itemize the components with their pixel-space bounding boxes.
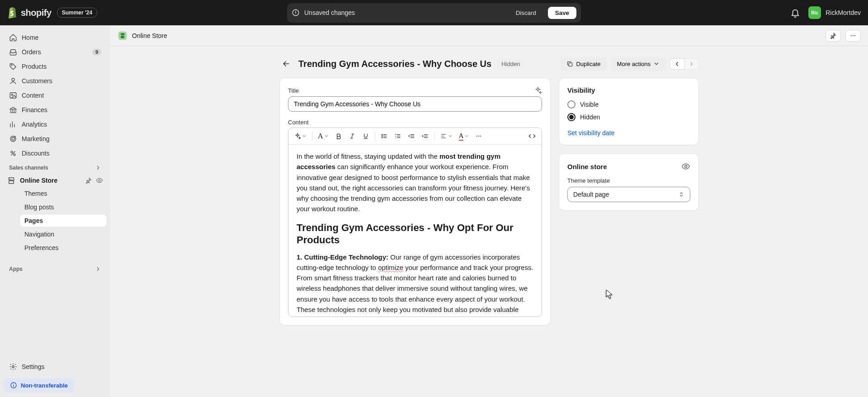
shopify-bag-icon (7, 7, 18, 19)
paragraph-2: 1. Cutting-Edge Technology: Our range of… (297, 252, 533, 317)
paragraph-style[interactable]: A (315, 130, 331, 142)
bold-button[interactable] (332, 130, 345, 142)
chevron-down-icon (324, 134, 329, 138)
chevron-left-icon (674, 61, 680, 67)
rich-text-editor: A A (288, 128, 542, 317)
channel-online-store[interactable]: Online Store (4, 174, 107, 187)
sidebar: Home Orders9 Products Customers Content … (0, 25, 110, 397)
nav-discounts[interactable]: Discounts (4, 147, 107, 160)
numbered-list-button[interactable] (392, 130, 404, 142)
title-input[interactable] (288, 96, 542, 112)
set-visibility-date[interactable]: Set visibility date (567, 129, 614, 137)
bold-icon (335, 132, 342, 140)
list-icon (381, 132, 388, 140)
discount-icon (9, 149, 17, 157)
context-bar: Online Store (110, 25, 868, 46)
select-icon (678, 191, 684, 198)
visibility-visible[interactable]: Visible (567, 100, 690, 109)
subnav-themes[interactable]: Themes (20, 187, 107, 200)
topbar-left: shopify Summer '24 (7, 7, 97, 19)
topbar-right: Ric RickMortdev (790, 6, 861, 19)
apps-header[interactable]: Apps (4, 261, 107, 275)
store-app-icon (118, 31, 127, 41)
eye-icon[interactable] (96, 177, 103, 184)
pin-page-button[interactable] (826, 30, 841, 42)
chevron-right-icon (95, 266, 101, 272)
online-store-heading: Online store (567, 163, 607, 170)
visibility-hidden[interactable]: Hidden (567, 113, 690, 121)
subnav-pages[interactable]: Pages (20, 214, 107, 227)
bullet-list-button[interactable] (378, 130, 391, 142)
bank-icon (9, 106, 17, 114)
chevron-down-icon (302, 134, 307, 138)
nav-home[interactable]: Home (4, 31, 107, 44)
alert-icon (292, 9, 300, 17)
pin-icon (830, 32, 837, 39)
theme-template-select[interactable]: Default page (567, 187, 690, 202)
subnav-blog-posts[interactable]: Blog posts (20, 201, 107, 213)
indent-button[interactable] (419, 130, 431, 142)
underline-icon (362, 132, 369, 140)
chevron-down-icon (448, 134, 453, 138)
code-view-button[interactable] (525, 130, 539, 142)
next-page-button[interactable] (684, 58, 699, 70)
nav-orders[interactable]: Orders9 (4, 45, 107, 59)
subnav-preferences[interactable]: Preferences (20, 241, 107, 254)
eye-icon[interactable] (681, 162, 690, 171)
duplicate-button[interactable]: Duplicate (560, 57, 607, 71)
visibility-heading: Visibility (567, 86, 690, 94)
summer-tag: Summer '24 (57, 8, 98, 18)
gear-icon (9, 363, 17, 371)
notifications-icon[interactable] (790, 8, 800, 18)
underline-button[interactable] (359, 130, 372, 142)
ai-button[interactable] (291, 130, 309, 142)
editor-scroll[interactable]: In the world of fitness, staying updated… (288, 145, 542, 317)
sales-channels-header[interactable]: Sales channels (4, 160, 107, 174)
info-icon (10, 382, 17, 389)
overflow-button[interactable] (472, 130, 485, 142)
radio-icon (567, 113, 576, 121)
duplicate-icon (566, 61, 573, 67)
nav-analytics[interactable]: Analytics (4, 118, 107, 131)
unsaved-changes-bar: Unsaved changes Discard Save (287, 3, 581, 23)
outdent-button[interactable] (405, 130, 418, 142)
sparkle-icon[interactable] (534, 86, 542, 95)
align-button[interactable] (437, 130, 455, 142)
nav-content[interactable]: Content (4, 89, 107, 102)
editor-body[interactable]: In the world of fitness, staying updated… (288, 145, 542, 317)
back-button[interactable] (279, 57, 293, 71)
avatar: Ric (808, 6, 821, 19)
visibility-card: Visibility Visible Hidden Set visibility… (559, 78, 699, 145)
chart-icon (9, 120, 17, 128)
subnav-navigation[interactable]: Navigation (20, 228, 107, 241)
code-icon (528, 132, 536, 140)
more-menu-button[interactable] (845, 30, 861, 42)
status-badge: Hidden (497, 60, 524, 68)
nav-settings[interactable]: Settings (4, 360, 107, 373)
user-menu[interactable]: Ric RickMortdev (808, 6, 861, 19)
discard-button[interactable]: Discard (509, 7, 542, 19)
page-header: Trending Gym Accessories - Why Choose Us… (272, 57, 706, 71)
title-content-card: Title Content A (279, 78, 551, 326)
more-actions-button[interactable]: More actions (611, 57, 666, 71)
orders-badge: 9 (92, 49, 101, 55)
nav-marketing[interactable]: Marketing (4, 132, 107, 146)
italic-button[interactable] (346, 130, 359, 142)
pin-icon[interactable] (85, 177, 92, 184)
non-transferable-pill[interactable]: Non-transferable (4, 378, 74, 392)
nav-products[interactable]: Products (4, 60, 107, 73)
context-breadcrumb: Online Store (132, 32, 167, 39)
content-scroll[interactable]: Trending Gym Accessories - Why Choose Us… (110, 46, 868, 397)
save-button[interactable]: Save (548, 7, 576, 19)
nav-customers[interactable]: Customers (4, 74, 107, 88)
user-name: RickMortdev (826, 9, 861, 16)
main: Online Store Trending Gym Accessories - … (110, 25, 868, 397)
italic-icon (349, 132, 356, 140)
chevron-right-icon (95, 165, 101, 171)
prev-page-button[interactable] (670, 58, 684, 70)
align-icon (440, 132, 447, 140)
text-color-button[interactable]: A (456, 130, 472, 142)
nav-finances[interactable]: Finances (4, 103, 107, 117)
editor-toolbar: A A (288, 128, 542, 145)
shell: Home Orders9 Products Customers Content … (0, 25, 868, 397)
